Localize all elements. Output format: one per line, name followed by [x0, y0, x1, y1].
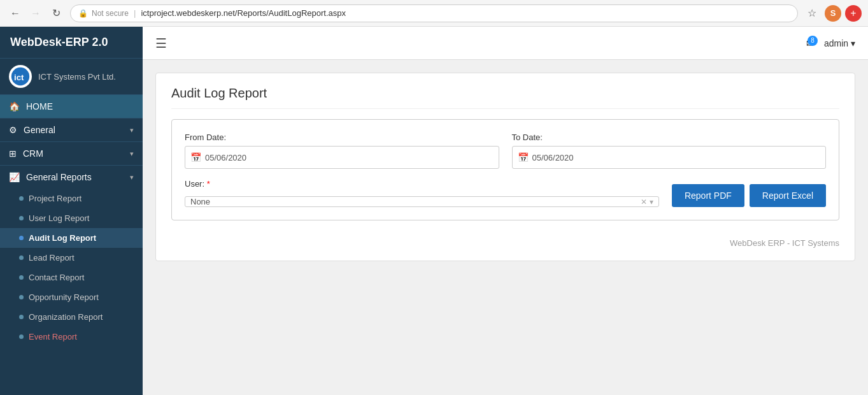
address-bar[interactable]: 🔒 Not secure | ictproject.webdeskerp.net…: [70, 4, 798, 22]
sidebar-item-opportunity-report[interactable]: Opportunity Report: [0, 287, 143, 307]
required-indicator: *: [207, 179, 210, 189]
sidebar-section-general-reports[interactable]: 📈 General Reports ▾: [0, 165, 143, 189]
to-date-group: To Date: 📅: [512, 133, 827, 169]
general-icon: ⚙: [9, 125, 17, 135]
dot-icon: [19, 295, 24, 299]
url-text: ictproject.webdeskerp.net/Reports/AuditL…: [141, 8, 346, 18]
notification-badge: 8: [808, 36, 818, 46]
page-title: Audit Log Report: [171, 86, 839, 109]
organization-report-label: Organization Report: [29, 312, 103, 322]
date-row: From Date: 📅 To Date: 📅: [185, 133, 826, 169]
from-date-label: From Date:: [185, 133, 499, 142]
clear-icon[interactable]: ✕: [641, 198, 647, 206]
security-icon: 🔒: [78, 9, 88, 18]
crm-icon: ⊞: [9, 148, 17, 159]
dot-icon: [19, 216, 24, 220]
user-row: User: * None ✕ ▾: [185, 179, 826, 207]
forward-button[interactable]: →: [27, 4, 45, 22]
opportunity-report-label: Opportunity Report: [29, 292, 99, 302]
topbar: ☰ ✉ 8 admin ▾: [143, 27, 868, 60]
main-content: Audit Log Report From Date: 📅 To Date:: [143, 60, 868, 395]
sidebar-item-home[interactable]: 🏠 HOME: [0, 95, 143, 118]
sidebar: WebDesk-ERP 2.0 ict ICT Systems Pvt Ltd.…: [0, 27, 143, 395]
sidebar-item-user-log-report[interactable]: User Log Report: [0, 208, 143, 228]
footer-text: WebDesk ERP - ICT Systems: [171, 233, 839, 248]
sidebar-item-contact-report[interactable]: Contact Report: [0, 268, 143, 287]
report-pdf-button[interactable]: Report PDF: [672, 184, 744, 207]
dot-active-icon: [19, 236, 24, 240]
dot-icon: [19, 334, 24, 339]
content-card: Audit Log Report From Date: 📅 To Date:: [155, 73, 855, 261]
profile-s-icon[interactable]: S: [825, 5, 841, 22]
reports-chevron: ▾: [130, 173, 134, 182]
audit-log-report-label: Audit Log Report: [29, 233, 96, 243]
sidebar-section-general[interactable]: ⚙ General ▾: [0, 118, 143, 141]
sidebar-item-project-report[interactable]: Project Report: [0, 189, 143, 208]
project-report-label: Project Report: [29, 194, 82, 203]
report-buttons: Report PDF Report Excel: [672, 184, 826, 207]
sidebar-item-organization-report[interactable]: Organization Report: [0, 307, 143, 327]
browser-action-buttons: ☆ S +: [803, 4, 862, 22]
company-info: ict ICT Systems Pvt Ltd.: [0, 59, 143, 95]
sidebar-item-audit-log-report[interactable]: Audit Log Report: [0, 228, 143, 248]
home-label: HOME: [26, 101, 53, 111]
home-icon: 🏠: [9, 101, 20, 111]
reports-icon: 📈: [9, 172, 20, 182]
from-date-input[interactable]: [205, 153, 494, 162]
general-label: General: [24, 125, 55, 135]
crm-label: CRM: [23, 148, 43, 159]
company-name: ICT Systems Pvt Ltd.: [38, 72, 116, 82]
topbar-right: ✉ 8 admin ▾: [806, 38, 855, 48]
dropdown-icon[interactable]: ▾: [650, 198, 653, 206]
company-logo: ict: [9, 65, 32, 88]
dot-icon: [19, 275, 24, 280]
reports-label: General Reports: [26, 172, 92, 182]
dot-icon: [19, 315, 24, 319]
to-date-calendar-icon: 📅: [518, 152, 529, 162]
crm-chevron: ▾: [130, 150, 134, 158]
bookmark-button[interactable]: ☆: [803, 4, 821, 22]
notification-button[interactable]: ✉ 8: [806, 38, 814, 48]
general-chevron: ▾: [130, 126, 134, 134]
report-excel-button[interactable]: Report Excel: [750, 184, 826, 207]
dot-icon: [19, 196, 24, 201]
to-date-input-wrapper: 📅: [512, 146, 827, 169]
browser-nav: ← → ↻: [6, 4, 65, 22]
lead-report-label: Lead Report: [29, 253, 75, 262]
browser-chrome: ← → ↻ 🔒 Not secure | ictproject.webdeske…: [0, 0, 868, 27]
to-date-input[interactable]: [532, 153, 821, 162]
not-secure-label: Not secure: [92, 9, 129, 18]
from-date-input-wrapper: 📅: [185, 146, 499, 169]
sidebar-brand: WebDesk-ERP 2.0: [0, 27, 143, 59]
contact-report-label: Contact Report: [29, 273, 84, 282]
from-date-calendar-icon: 📅: [190, 152, 201, 162]
svg-text:ict: ict: [14, 73, 24, 82]
user-log-report-label: User Log Report: [29, 213, 89, 223]
event-report-label: Event Report: [29, 332, 77, 341]
sidebar-item-lead-report[interactable]: Lead Report: [0, 248, 143, 268]
add-profile-icon[interactable]: +: [845, 5, 862, 22]
user-label: User: *: [185, 179, 659, 189]
hamburger-button[interactable]: ☰: [155, 36, 167, 51]
sidebar-section-crm[interactable]: ⊞ CRM ▾: [0, 141, 143, 165]
from-date-group: From Date: 📅: [185, 133, 499, 169]
back-button[interactable]: ←: [6, 4, 24, 22]
reload-button[interactable]: ↻: [47, 4, 65, 22]
sidebar-item-event-report[interactable]: Event Report: [0, 327, 143, 347]
user-select-value: None: [190, 197, 641, 206]
to-date-label: To Date:: [512, 133, 827, 142]
user-select[interactable]: None ✕ ▾: [185, 196, 659, 207]
dot-icon: [19, 255, 24, 260]
admin-menu[interactable]: admin ▾: [824, 38, 855, 48]
form-panel: From Date: 📅 To Date: 📅: [171, 119, 839, 220]
select-actions: ✕ ▾: [641, 198, 653, 206]
